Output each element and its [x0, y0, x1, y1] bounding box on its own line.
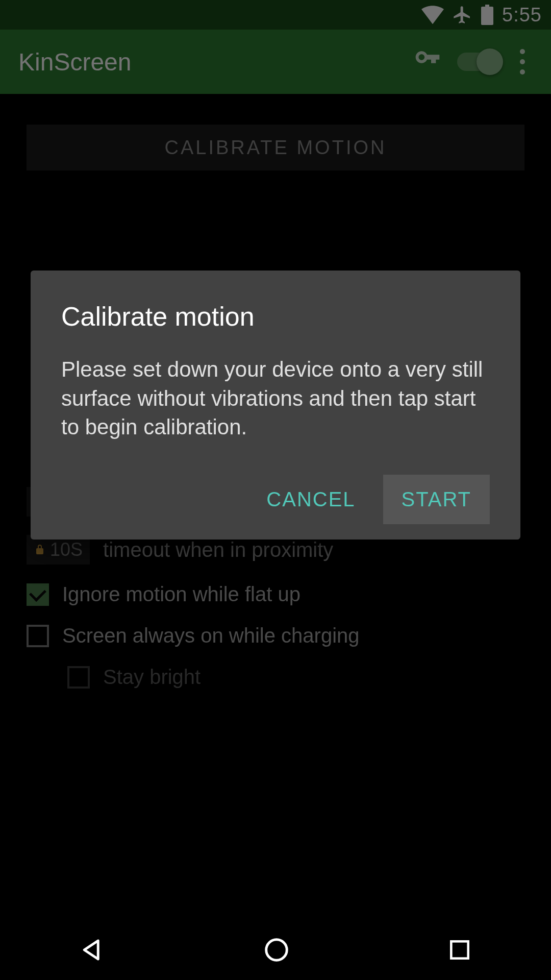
- screen: 5:55 KinScreen CALIBRATE MOTION 20S time…: [0, 0, 551, 980]
- navigation-bar: [0, 920, 551, 980]
- cancel-button[interactable]: CANCEL: [248, 475, 373, 524]
- svg-rect-1: [452, 941, 468, 958]
- back-button[interactable]: [79, 936, 106, 964]
- dialog-body: Please set down your device onto a very …: [61, 355, 490, 442]
- calibrate-dialog: Calibrate motion Please set down your de…: [31, 271, 520, 540]
- home-button[interactable]: [263, 936, 290, 964]
- svg-point-0: [266, 940, 287, 961]
- dialog-actions: CANCEL START: [61, 475, 490, 524]
- recents-button[interactable]: [447, 937, 472, 963]
- dialog-title: Calibrate motion: [61, 301, 490, 332]
- start-button[interactable]: START: [383, 475, 490, 524]
